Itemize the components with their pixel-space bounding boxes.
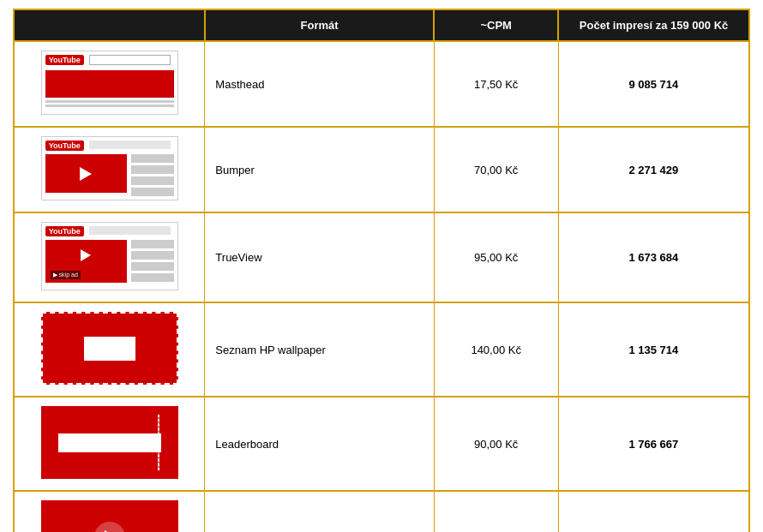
impressions-bumper: 2 271 429	[558, 127, 749, 212]
table-row: Leaderboard 90,00 Kč 1 766 667	[14, 397, 749, 491]
sidebar-item	[131, 188, 174, 196]
youtube-logo: YouTube	[45, 140, 84, 151]
table-row: Seznam HP TV 280,00 Kč 567 857	[14, 491, 749, 532]
cpm-bumper: 70,00 Kč	[434, 127, 558, 212]
sidebar-item	[131, 165, 174, 174]
sidebar	[131, 154, 174, 199]
table-row: YouTube ▶ skip ad TrueView 95,00 Kč	[14, 212, 749, 302]
impressions-trueview: 1 673 684	[558, 212, 749, 302]
format-masthead: Masthead	[205, 41, 434, 127]
tv-image	[41, 500, 178, 532]
banner	[45, 70, 174, 98]
table-row: YouTube Masthead 17,50 Kč 9 085 714	[14, 41, 749, 127]
wallpaper-image	[41, 312, 178, 385]
sidebar	[131, 240, 174, 284]
impressions-leaderboard: 1 766 667	[558, 397, 749, 491]
format-wallpaper: Seznam HP wallpaper	[205, 302, 434, 397]
play-icon	[81, 249, 91, 261]
cpm-trueview: 95,00 Kč	[434, 212, 558, 302]
sidebar-item	[131, 240, 174, 248]
leaderboard-image	[41, 406, 178, 479]
format-bumper: Bumper	[205, 127, 434, 212]
nav-line	[89, 226, 171, 235]
header-cpm: ~CPM	[434, 9, 558, 41]
line1	[45, 100, 174, 103]
image-cell-wallpaper	[14, 302, 205, 397]
trueview-image: YouTube ▶ skip ad	[41, 222, 178, 290]
sidebar-item	[131, 176, 174, 185]
image-cell-masthead: YouTube	[14, 41, 205, 127]
impressions-tv: 567 857	[558, 491, 749, 532]
vert-line	[158, 415, 159, 470]
header-impressions: Počet impresí za 159 000 Kč	[558, 9, 749, 41]
masthead-image: YouTube	[41, 51, 178, 115]
nav-line	[89, 140, 171, 149]
image-cell-trueview: YouTube ▶ skip ad	[14, 212, 205, 302]
table-row: YouTube Bumper 70,00 Kč 2 271 429	[14, 127, 749, 212]
image-cell-bumper: YouTube	[14, 127, 205, 212]
youtube-logo: YouTube	[45, 55, 84, 65]
video-main	[45, 154, 127, 193]
cpm-tv: 280,00 Kč	[434, 491, 558, 532]
sidebar-item	[131, 262, 174, 271]
image-cell-tv	[14, 491, 205, 532]
image-cell-leaderboard	[14, 397, 205, 491]
bumper-image: YouTube	[41, 136, 178, 200]
cpm-leaderboard: 90,00 Kč	[434, 397, 558, 491]
inner-box	[84, 337, 135, 361]
play-circle	[94, 522, 125, 533]
sidebar-item	[131, 273, 174, 282]
format-trueview: TrueView	[205, 212, 434, 302]
table-row: Seznam HP wallpaper 140,00 Kč 1 135 714	[14, 302, 749, 397]
sidebar-item	[131, 251, 174, 260]
cpm-masthead: 17,50 Kč	[434, 41, 558, 127]
content-lines	[45, 100, 174, 109]
header-image-col	[14, 9, 205, 41]
skip-label: ▶ skip ad	[51, 271, 81, 279]
search-bar	[89, 55, 171, 65]
line2	[45, 105, 174, 107]
youtube-logo: YouTube	[45, 226, 84, 236]
format-leaderboard: Leaderboard	[205, 397, 434, 491]
cpm-wallpaper: 140,00 Kč	[434, 302, 558, 397]
sidebar-item	[131, 154, 174, 163]
impressions-wallpaper: 1 135 714	[558, 302, 749, 397]
play-icon	[80, 167, 92, 181]
format-tv: Seznam HP TV	[205, 491, 434, 532]
inner-strip	[58, 433, 161, 452]
header-format: Formát	[205, 9, 434, 41]
impressions-masthead: 9 085 714	[558, 41, 749, 127]
video-main: ▶ skip ad	[45, 240, 127, 283]
